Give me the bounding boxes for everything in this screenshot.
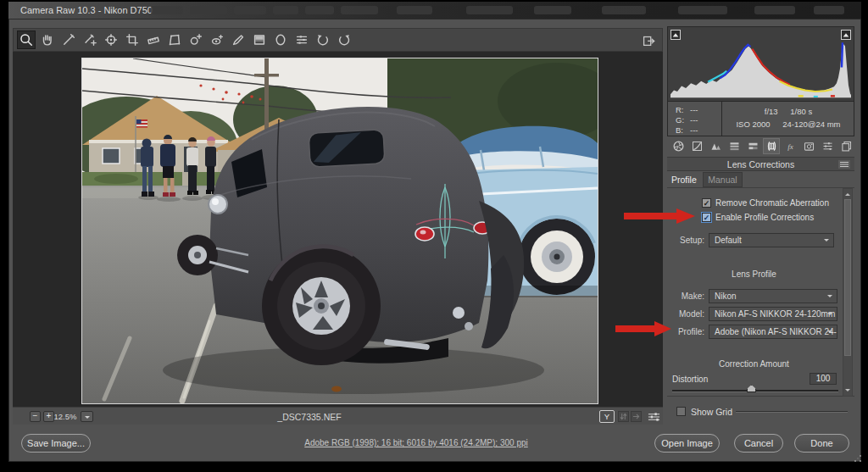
preferences-button[interactable] xyxy=(292,31,311,49)
crop-icon xyxy=(125,32,140,47)
red-eye-tool[interactable] xyxy=(208,31,226,49)
shadow-clipping-indicator[interactable] xyxy=(670,30,681,40)
aperture-value: f/13 xyxy=(765,107,778,116)
adjustment-brush-tool[interactable] xyxy=(229,31,248,49)
background-menu-blob xyxy=(678,6,727,14)
crop-tool[interactable] xyxy=(123,31,142,49)
distortion-slider-thumb[interactable] xyxy=(747,385,756,392)
spot-removal-tool[interactable] xyxy=(186,31,205,49)
save-image-button[interactable]: Save Image... xyxy=(21,434,91,453)
toggle-fullscreen-button[interactable] xyxy=(639,31,658,50)
distortion-label: Distortion xyxy=(672,375,708,384)
color-sampler-tool[interactable] xyxy=(81,31,99,49)
window-title: Camera Raw 10.3 - Nikon D750 xyxy=(20,2,153,19)
tab-camera-calibration[interactable] xyxy=(800,138,817,154)
before-after-toggle-button[interactable]: Y xyxy=(599,410,615,423)
panel-title: Lens Corrections xyxy=(667,159,854,169)
tab-effects[interactable]: fx xyxy=(782,138,798,154)
tab-tone-curve[interactable] xyxy=(688,138,705,154)
preview-preferences-button[interactable] xyxy=(647,410,661,423)
cancel-button[interactable]: Cancel xyxy=(734,434,783,453)
g-value: --- xyxy=(690,115,698,125)
zoom-tool[interactable] xyxy=(17,31,36,49)
resize-grip[interactable] xyxy=(854,454,862,463)
grid-size-slider[interactable] xyxy=(736,411,848,413)
make-dropdown[interactable]: Nikon xyxy=(709,289,837,303)
tab-lens-corrections[interactable] xyxy=(763,138,780,154)
hand-tool[interactable] xyxy=(38,31,57,49)
zoom-out-button[interactable]: − xyxy=(30,411,41,422)
rotate-cw-button[interactable] xyxy=(335,31,353,49)
zoom-level-dropdown[interactable] xyxy=(81,411,93,422)
tab-presets[interactable] xyxy=(819,138,836,154)
lens-profile-panel: ✓ Remove Chromatic Aberration ✓ Enable P… xyxy=(667,188,854,397)
hand-icon xyxy=(40,32,55,47)
profile-dropdown[interactable]: Adobe (Nikon AF-S NIKKOR 24-... xyxy=(709,325,837,339)
show-grid-checkbox[interactable] xyxy=(676,407,686,416)
setup-label: Setup: xyxy=(667,236,704,245)
done-button[interactable]: Done xyxy=(794,434,849,453)
transform-icon xyxy=(167,32,182,47)
tone-curve-icon xyxy=(691,140,704,153)
b-value: --- xyxy=(690,125,698,135)
enable-profile-corrections-checkbox[interactable]: ✓ xyxy=(702,213,711,222)
tab-snapshots[interactable] xyxy=(837,138,854,154)
make-label: Make: xyxy=(667,292,704,301)
tab-manual[interactable]: Manual xyxy=(703,172,743,187)
brush-icon xyxy=(231,32,246,47)
workflow-options-link[interactable]: Adobe RGB (1998); 16 bit; 6016 by 4016 (… xyxy=(247,438,586,447)
white-balance-tool[interactable] xyxy=(59,31,78,49)
profile-label: Profile: xyxy=(667,327,704,336)
targeted-adjustment-tool[interactable] xyxy=(102,31,120,49)
scroll-up-arrow[interactable] xyxy=(845,191,850,196)
correction-amount-heading: Correction Amount xyxy=(667,359,841,369)
highlight-clipping-indicator[interactable] xyxy=(841,30,851,40)
histogram-plot xyxy=(670,40,851,99)
shadow-clip-icon xyxy=(671,31,680,39)
detail-icon xyxy=(709,140,722,153)
tab-profile[interactable]: Profile xyxy=(671,175,697,185)
presets-icon xyxy=(821,140,834,153)
color-sampler-icon xyxy=(82,32,97,47)
tab-detail[interactable] xyxy=(707,138,724,154)
panel-scrollbar[interactable] xyxy=(843,188,853,397)
tab-split-toning[interactable] xyxy=(744,138,761,154)
background-menu-blob xyxy=(397,6,432,14)
r-label: R: xyxy=(676,105,684,114)
zoom-level-value: 12.5% xyxy=(52,412,79,421)
scrollbar-thumb[interactable] xyxy=(844,199,851,356)
scroll-down-arrow[interactable] xyxy=(845,389,850,394)
model-label: Model: xyxy=(667,309,704,319)
model-dropdown[interactable]: Nikon AF-S NIKKOR 24-120mm ... xyxy=(709,307,837,321)
histogram xyxy=(667,26,854,102)
straighten-tool[interactable] xyxy=(144,31,163,49)
sliders-icon xyxy=(648,412,660,422)
graduated-filter-tool[interactable] xyxy=(250,31,269,49)
background-menu-blob xyxy=(754,6,795,14)
tab-hsl-grayscale[interactable] xyxy=(726,138,743,154)
fx-icon: fx xyxy=(784,140,797,153)
radial-filter-tool[interactable] xyxy=(271,31,290,49)
heal-icon xyxy=(188,32,203,47)
zoom-icon xyxy=(19,32,34,47)
panel-tab-strip: fx xyxy=(668,138,854,155)
panel-menu-icon[interactable] xyxy=(838,160,850,169)
transform-tool[interactable] xyxy=(165,31,184,49)
distortion-value[interactable]: 100 xyxy=(810,373,837,385)
background-menu-blob xyxy=(273,6,298,14)
photo-canvas[interactable] xyxy=(81,58,598,404)
tab-basic[interactable] xyxy=(670,138,687,154)
background-menu-blob xyxy=(602,6,646,14)
title-bar: Camera Raw 10.3 - Nikon D750 xyxy=(8,2,861,19)
camera-raw-dialog: − + 12.5% _DSC7335.NEF Y xyxy=(8,19,861,462)
swap-before-after-button[interactable] xyxy=(618,411,629,422)
rotate-ccw-icon xyxy=(315,32,331,47)
copy-settings-button[interactable] xyxy=(631,411,642,422)
rotate-ccw-button[interactable] xyxy=(314,31,332,49)
enable-profile-corrections-label: Enable Profile Corrections xyxy=(715,213,814,222)
open-image-button[interactable]: Open Image xyxy=(654,434,720,453)
setup-dropdown[interactable]: Default xyxy=(709,233,834,247)
remove-chromatic-aberration-checkbox[interactable]: ✓ xyxy=(702,198,711,208)
prefs-icon xyxy=(294,32,309,47)
show-grid-label: Show Grid xyxy=(691,407,732,417)
